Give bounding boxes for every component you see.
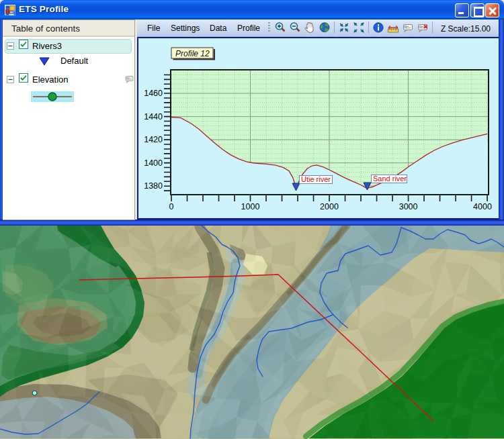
svg-text:2000: 2000 bbox=[320, 202, 339, 211]
svg-text:3000: 3000 bbox=[399, 202, 418, 211]
svg-text:1420: 1420 bbox=[144, 135, 163, 144]
svg-text:0: 0 bbox=[169, 202, 174, 211]
svg-text:1380: 1380 bbox=[144, 181, 163, 191]
svg-text:1460: 1460 bbox=[144, 89, 163, 98]
svg-text:Profile 12: Profile 12 bbox=[175, 49, 210, 58]
svg-text:4000: 4000 bbox=[473, 202, 492, 211]
svg-text:1440: 1440 bbox=[144, 112, 163, 121]
svg-text:Sand river: Sand river bbox=[373, 175, 407, 183]
svg-text:Utie river: Utie river bbox=[301, 175, 331, 183]
svg-text:1400: 1400 bbox=[144, 158, 163, 168]
svg-text:1000: 1000 bbox=[241, 202, 260, 211]
